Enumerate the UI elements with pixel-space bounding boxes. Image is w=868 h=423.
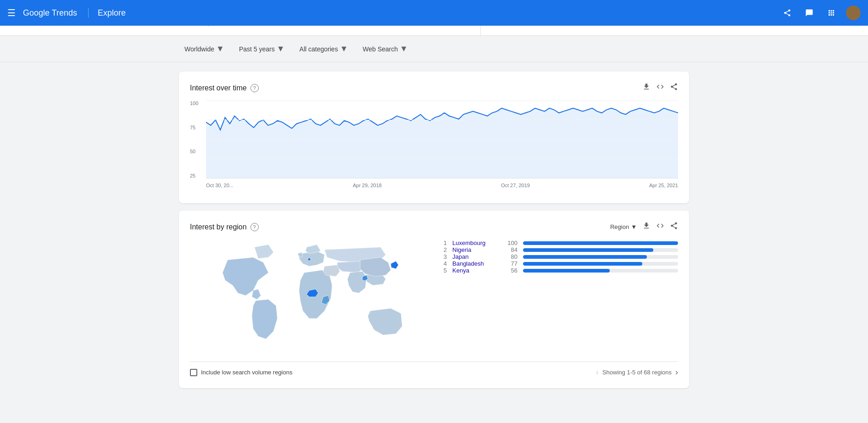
region-view-arrow: ▼ (631, 223, 637, 230)
region-score-3: 80 (504, 253, 517, 260)
interest-by-region-help[interactable]: ? (250, 223, 259, 231)
region-bar-fill-2 (523, 248, 653, 252)
interest-by-region-title: Interest by region (190, 223, 247, 231)
region-footer: Include low search volume regions ‹ Show… (190, 362, 678, 377)
region-items-container: 1 Luxembourg 100 2 Nigeria 84 3 Japan 80… (440, 239, 678, 274)
chart-svg-area (206, 100, 678, 178)
interest-over-time-card: Interest over time ? 100 75 50 (179, 72, 689, 203)
region-name-4[interactable]: Bangladesh (452, 260, 498, 267)
interest-over-time-help[interactable]: ? (250, 84, 259, 92)
region-view-selector[interactable]: Region ▼ (610, 223, 637, 230)
region-score-1: 100 (504, 239, 517, 246)
x-label-3: Oct 27, 2019 (501, 183, 530, 188)
card-title-area-region: Interest by region ? (190, 223, 259, 231)
logo-area: Google Trends (23, 8, 77, 18)
filter-location-arrow: ▼ (216, 44, 224, 54)
region-item: 2 Nigeria 84 (440, 246, 678, 253)
filter-type-arrow: ▼ (400, 44, 408, 54)
user-avatar[interactable] (846, 6, 861, 20)
region-score-2: 84 (504, 246, 517, 253)
region-bar-bg-1 (523, 241, 678, 245)
pagination: ‹ Showing 1-5 of 68 regions › (596, 367, 678, 377)
download-icon-region[interactable] (642, 222, 651, 232)
page-title: Explore (88, 8, 126, 18)
region-view-label: Region (610, 223, 629, 230)
checkbox-label: Include low search volume regions (201, 369, 292, 376)
share-icon-time[interactable] (670, 83, 678, 93)
card-actions-time (642, 83, 678, 93)
region-name-1[interactable]: Luxembourg (452, 239, 498, 246)
region-list: 1 Luxembourg 100 2 Nigeria 84 3 Japan 80… (440, 239, 678, 354)
region-bar-bg-3 (523, 255, 678, 259)
next-page-icon[interactable]: › (675, 367, 678, 377)
region-name-5[interactable]: Kenya (452, 267, 498, 274)
download-icon-time[interactable] (642, 83, 651, 93)
x-label-1: Oct 30, 20... (206, 183, 234, 188)
region-item: 1 Luxembourg 100 (440, 239, 678, 246)
world-map-svg (190, 239, 428, 354)
message-icon[interactable] (802, 6, 817, 20)
region-rank-1: 1 (440, 239, 447, 246)
region-rank-5: 5 (440, 267, 447, 274)
region-item: 5 Kenya 56 (440, 267, 678, 274)
grid-line-100 (206, 100, 678, 101)
region-item: 3 Japan 80 (440, 253, 678, 260)
grid-line-50 (206, 139, 678, 140)
share-icon-region[interactable] (670, 222, 678, 232)
menu-icon[interactable]: ☰ (7, 7, 16, 18)
region-bar-fill-3 (523, 255, 647, 259)
filter-time[interactable]: Past 5 years ▼ (234, 41, 290, 56)
interest-over-time-title: Interest over time (190, 84, 247, 92)
interest-over-time-chart: 100 75 50 25 Oct 30, 20... Apr 29, 2018 … (190, 100, 678, 192)
region-rank-4: 4 (440, 260, 447, 267)
embed-icon-time[interactable] (656, 83, 664, 93)
region-bar-fill-4 (523, 262, 642, 266)
embed-icon-region[interactable] (656, 222, 664, 232)
pagination-text: Showing 1-5 of 68 regions (602, 369, 672, 376)
y-label-100: 100 (190, 100, 204, 106)
apps-icon[interactable] (824, 6, 839, 20)
region-name-2[interactable]: Nigeria (452, 246, 498, 253)
content-area: Interest over time ? 100 75 50 (0, 62, 868, 397)
card-header-region: Interest by region ? Region ▼ (190, 222, 678, 232)
grid-line-25 (206, 159, 678, 159)
interest-by-region-card: Interest by region ? Region ▼ (179, 211, 689, 388)
filter-time-label: Past 5 years (239, 45, 275, 53)
region-rank-3: 3 (440, 253, 447, 260)
region-content: 1 Luxembourg 100 2 Nigeria 84 3 Japan 80… (190, 239, 678, 354)
region-score-4: 77 (504, 260, 517, 267)
app-header: ☰ Google Trends Explore (0, 0, 868, 26)
x-label-2: Apr 29, 2018 (353, 183, 382, 188)
prev-page-icon[interactable]: ‹ (596, 367, 599, 377)
filter-category-label: All categories (300, 45, 338, 53)
y-label-25: 25 (190, 173, 204, 178)
share-icon[interactable] (780, 6, 795, 20)
region-bar-bg-2 (523, 248, 678, 252)
filter-location[interactable]: Worldwide ▼ (179, 41, 230, 56)
region-bar-fill-5 (523, 269, 610, 273)
svg-marker-0 (206, 108, 678, 178)
chart-x-labels: Oct 30, 20... Apr 29, 2018 Oct 27, 2019 … (206, 178, 678, 192)
filter-category-arrow: ▼ (340, 44, 348, 54)
filters-bar: Worldwide ▼ Past 5 years ▼ All categorie… (0, 36, 868, 62)
filter-type[interactable]: Web Search ▼ (357, 41, 413, 56)
header-right-area (780, 6, 861, 20)
world-map-area (190, 239, 428, 354)
card-actions-region: Region ▼ (610, 222, 678, 232)
region-rank-2: 2 (440, 246, 447, 253)
filter-time-arrow: ▼ (277, 44, 285, 54)
filter-category[interactable]: All categories ▼ (294, 41, 354, 56)
region-bar-bg-5 (523, 269, 678, 273)
card-title-area-time: Interest over time ? (190, 84, 259, 92)
chart-y-labels: 100 75 50 25 (190, 100, 204, 178)
checkbox-area: Include low search volume regions (190, 369, 292, 376)
region-bar-fill-1 (523, 241, 678, 245)
region-score-5: 56 (504, 267, 517, 274)
filter-location-label: Worldwide (184, 45, 214, 53)
region-name-3[interactable]: Japan (452, 253, 498, 260)
filter-type-label: Web Search (362, 45, 398, 53)
region-bar-bg-4 (523, 262, 678, 266)
low-volume-checkbox[interactable] (190, 369, 197, 376)
x-label-4: Apr 25, 2021 (649, 183, 678, 188)
card-header-time: Interest over time ? (190, 83, 678, 93)
